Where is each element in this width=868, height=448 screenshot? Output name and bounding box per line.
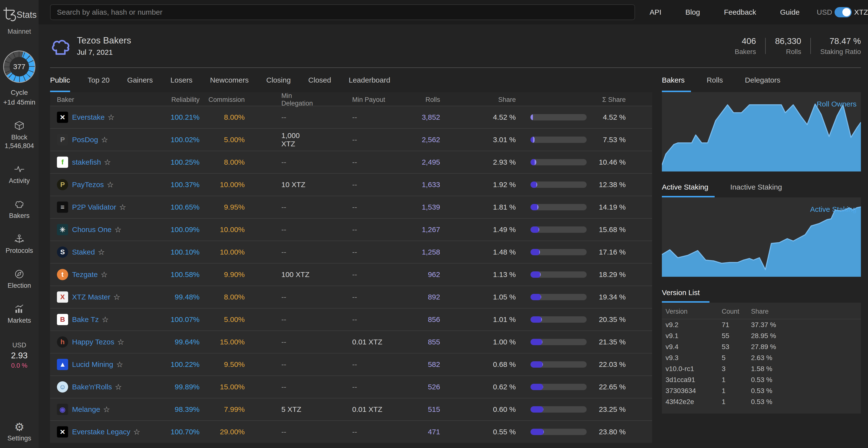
topbar-link-api[interactable]: API [650, 8, 661, 17]
stat-value: 78.47 % [820, 36, 861, 46]
sidebar-item-markets[interactable]: Markets [7, 303, 31, 324]
share-bar-track [530, 384, 587, 390]
favorite-star-icon[interactable]: ☆ [113, 292, 120, 302]
favorite-star-icon[interactable]: ☆ [104, 157, 111, 167]
tab-closing[interactable]: Closing [266, 68, 291, 92]
cycle-progress-gauge[interactable]: 377 [3, 51, 35, 83]
table-row[interactable]: ✕Everstake☆100.21%8.00%----3,8524.52 %4.… [50, 106, 652, 128]
sidebar-item-protocols[interactable]: Protocols [6, 233, 33, 255]
version-list-table: VersionCountShare v9.27137.37 %v9.15528.… [662, 303, 861, 414]
sidebar-item-election[interactable]: Election [7, 268, 31, 290]
baker-link[interactable]: Tezgate [72, 270, 98, 279]
table-row[interactable]: fstakefish☆100.25%8.00%----2,4952.93 %10… [50, 151, 652, 173]
share-bar-cumulative [530, 227, 538, 233]
baker-link[interactable]: Everstake [72, 113, 104, 121]
favorite-star-icon[interactable]: ☆ [115, 225, 122, 234]
table-row[interactable]: BBake Tz☆100.07%5.00%----8561.01 %20.35 … [50, 308, 652, 330]
tab-newcomers[interactable]: Newcomers [210, 68, 249, 92]
sidebar-item-activity[interactable]: Activity [9, 163, 30, 185]
baker-link[interactable]: PosDog [72, 136, 98, 144]
sidebar-item-bakers[interactable]: Bakers [9, 198, 30, 219]
favorite-star-icon[interactable]: ☆ [117, 337, 124, 347]
table-row[interactable]: XXTZ Master☆99.48%8.00%----8921.05 %19.3… [50, 286, 652, 308]
table-row[interactable]: ▲Lucid Mining☆100.22%9.50%----5820.68 %2… [50, 353, 652, 376]
tab-gainers[interactable]: Gainers [127, 68, 153, 92]
logo[interactable]: Stats [2, 6, 37, 23]
share-bar-cell [516, 204, 587, 210]
table-row[interactable]: hHappy Tezos☆99.64%15.00%--0.01 XTZ8551.… [50, 330, 652, 353]
favorite-star-icon[interactable]: ☆ [107, 113, 115, 122]
table-row[interactable]: ☺Bake'n'Rolls☆99.89%15.00%----5260.62 %2… [50, 376, 652, 398]
tab-closed[interactable]: Closed [308, 68, 331, 92]
search-input[interactable] [50, 4, 635, 20]
currency-toggle-switch[interactable] [835, 7, 851, 17]
table-row[interactable]: ≡P2P Validator☆100.65%9.95%----1,5391.81… [50, 196, 652, 218]
rolls-cell: 1,258 [386, 248, 440, 256]
table-row[interactable]: ✕Everstake Legacy☆100.70%29.00%----4710.… [50, 420, 652, 443]
tab-public[interactable]: Public [50, 68, 70, 92]
share-bar-current [543, 384, 543, 390]
favorite-star-icon[interactable]: ☆ [101, 270, 108, 279]
sidebar-item-block[interactable]: Block1,546,804 [5, 120, 34, 150]
baker-link[interactable]: Staked [72, 248, 95, 256]
baker-link[interactable]: Melange [72, 405, 100, 414]
right-panel-tabs-1: BakersRollsDelegators [662, 68, 861, 92]
favorite-star-icon[interactable]: ☆ [101, 135, 108, 144]
rtab-delegators[interactable]: Delegators [745, 68, 787, 92]
share-cell: 1.05 % [440, 293, 516, 301]
min-delegation-cell: 5 XTZ [245, 405, 315, 414]
rtab-active-staking[interactable]: Active Staking [662, 177, 715, 198]
share-bar-current [538, 227, 539, 233]
baker-cell: SStaked☆ [57, 246, 143, 258]
rolls-cell: 1,267 [386, 226, 440, 234]
price-currency: USD [11, 341, 28, 349]
rtab-bakers[interactable]: Bakers [662, 68, 691, 92]
table-row[interactable]: SStaked☆100.10%10.00%----1,2581.48 %17.1… [50, 241, 652, 263]
favorite-star-icon[interactable]: ☆ [116, 360, 123, 369]
topbar-link-blog[interactable]: Blog [685, 8, 700, 17]
baker-link[interactable]: P2P Validator [72, 203, 116, 211]
sidebar-item-label: Election [7, 282, 31, 290]
favorite-star-icon[interactable]: ☆ [115, 382, 122, 392]
sidebar-item-label: Block [11, 133, 27, 141]
baker-link[interactable]: Bake Tz [72, 316, 99, 324]
favorite-star-icon[interactable]: ☆ [119, 203, 126, 212]
baker-link[interactable]: PayTezos [72, 181, 104, 189]
favorite-star-icon[interactable]: ☆ [102, 315, 109, 324]
baker-link[interactable]: Bake'n'Rolls [72, 383, 112, 391]
tab-top-20[interactable]: Top 20 [88, 68, 110, 92]
table-row[interactable]: PPayTezos☆100.37%10.00%10 XTZ--1,6331.92… [50, 173, 652, 196]
header-stat-bakers: 406Bakers [725, 36, 765, 56]
baker-link[interactable]: stakefish [72, 158, 101, 166]
favorite-star-icon[interactable]: ☆ [107, 180, 114, 189]
topbar-link-feedback[interactable]: Feedback [724, 8, 756, 17]
favorite-star-icon[interactable]: ☆ [103, 405, 110, 414]
favorite-star-icon[interactable]: ☆ [133, 427, 140, 437]
table-row[interactable]: ✳Chorus One☆100.09%10.00%----1,2671.49 %… [50, 218, 652, 241]
rolls-cell: 2,495 [386, 158, 440, 166]
baker-link[interactable]: Chorus One [72, 226, 112, 234]
tab-leaderboard[interactable]: Leaderboard [349, 68, 390, 92]
table-row[interactable]: PPosDog☆100.02%5.00%1,000 XTZ--2,5623.01… [50, 128, 652, 151]
sidebar-item-settings[interactable]: ⚙ Settings [7, 421, 31, 442]
min-payout-cell: -- [315, 293, 386, 301]
topbar-link-guide[interactable]: Guide [780, 8, 800, 17]
tab-losers[interactable]: Losers [170, 68, 192, 92]
favorite-star-icon[interactable]: ☆ [98, 247, 105, 257]
share-bar-track [530, 361, 587, 368]
baker-table: BakerReliabilityCommissionMin Delegation… [50, 92, 652, 443]
cycle-label: Cycle [11, 89, 28, 96]
baker-link[interactable]: Everstake Legacy [72, 428, 130, 436]
baker-link[interactable]: Happy Tezos [72, 338, 114, 346]
table-row[interactable]: tTezgate☆100.58%9.90%100 XTZ--9621.13 %1… [50, 263, 652, 286]
rtab-rolls[interactable]: Rolls [707, 68, 729, 92]
count-cell: 1 [722, 376, 751, 384]
version-cell: v9.1 [665, 332, 722, 340]
version-cell: v9.3 [665, 354, 722, 362]
share-cell: 0.62 % [440, 383, 516, 391]
rtab-inactive-staking[interactable]: Inactive Staking [730, 177, 788, 198]
baker-link[interactable]: Lucid Mining [72, 360, 113, 368]
cycle-number: 377 [9, 57, 29, 77]
baker-link[interactable]: XTZ Master [72, 293, 111, 301]
table-row[interactable]: ◉Melange☆98.39%7.99%5 XTZ0.01 XTZ5150.60… [50, 398, 652, 420]
